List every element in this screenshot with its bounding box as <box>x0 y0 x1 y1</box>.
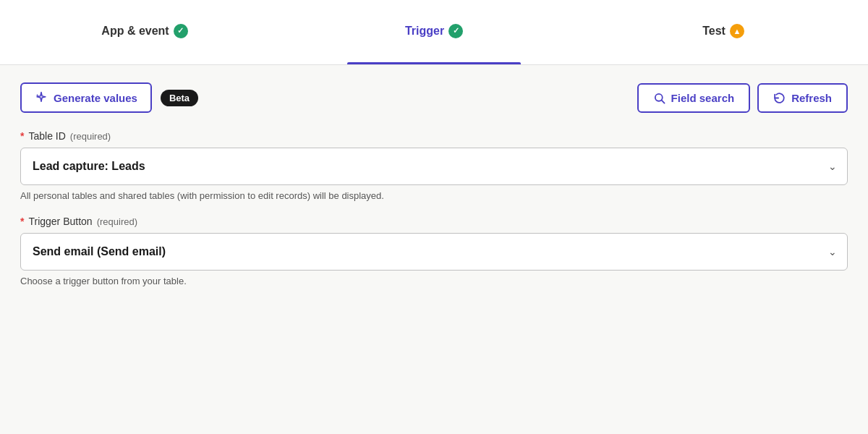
check-icon-app-event: ✓ <box>174 24 188 38</box>
refresh-label: Refresh <box>791 92 832 104</box>
field-search-label: Field search <box>671 92 735 104</box>
trigger-button-required-text: (required) <box>97 216 137 227</box>
trigger-button-hint: Choose a trigger button from your table. <box>20 276 848 286</box>
table-id-required-star: * <box>20 130 24 142</box>
table-id-label: * Table ID (required) <box>20 130 848 142</box>
stepper-item-test-label: Test ▲ <box>702 24 744 38</box>
table-id-label-text: Table ID <box>28 130 65 142</box>
main-content: Generate values Beta Field search <box>0 65 868 434</box>
stepper-item-trigger-label: Trigger ✓ <box>405 24 463 38</box>
svg-line-1 <box>661 100 664 103</box>
toolbar: Generate values Beta Field search <box>20 82 848 113</box>
table-id-required-text: (required) <box>70 131 111 142</box>
stepper-trigger-text: Trigger <box>405 25 444 38</box>
toolbar-left: Generate values Beta <box>20 82 198 113</box>
stepper: App & event ✓ Trigger ✓ Test ▲ <box>0 0 868 65</box>
table-id-select[interactable]: Lead capture: Leads <box>21 148 847 184</box>
table-id-hint: All personal tables and shared tables (w… <box>20 190 848 201</box>
stepper-items: App & event ✓ Trigger ✓ Test ▲ <box>0 0 868 64</box>
sparkle-icon <box>35 91 48 104</box>
trigger-button-required-star: * <box>20 216 24 227</box>
trigger-button-label: * Trigger Button (required) <box>20 216 848 227</box>
stepper-app-event-text: App & event <box>101 25 169 38</box>
trigger-button-label-text: Trigger Button <box>28 216 92 227</box>
warn-icon-test: ▲ <box>730 24 744 38</box>
check-icon-trigger: ✓ <box>448 24 463 38</box>
generate-values-label: Generate values <box>54 92 137 104</box>
beta-badge: Beta <box>161 90 198 106</box>
table-id-field-group: * Table ID (required) Lead capture: Lead… <box>20 130 848 201</box>
refresh-icon <box>773 92 786 104</box>
trigger-button-select-wrapper[interactable]: Send email (Send email) ⌄ <box>20 233 848 271</box>
stepper-item-test[interactable]: Test ▲ <box>579 0 868 64</box>
table-id-value: Lead capture: Leads <box>33 160 145 172</box>
trigger-button-field-group: * Trigger Button (required) Send email (… <box>20 216 848 286</box>
refresh-button[interactable]: Refresh <box>757 83 848 113</box>
stepper-item-app-event[interactable]: App & event ✓ <box>0 0 289 64</box>
search-icon <box>653 92 665 104</box>
stepper-test-text: Test <box>702 25 726 38</box>
page-wrapper: App & event ✓ Trigger ✓ Test ▲ <box>0 0 868 434</box>
generate-values-button[interactable]: Generate values <box>20 82 152 113</box>
stepper-item-app-event-label: App & event ✓ <box>101 24 187 38</box>
trigger-button-value: Send email (Send email) <box>33 245 166 258</box>
table-id-select-wrapper[interactable]: Lead capture: Leads ⌄ <box>20 148 848 185</box>
toolbar-right: Field search Refresh <box>637 83 848 113</box>
stepper-underline-trigger <box>347 62 521 64</box>
trigger-button-select[interactable]: Send email (Send email) <box>21 234 847 270</box>
field-search-button[interactable]: Field search <box>637 83 751 113</box>
stepper-item-trigger[interactable]: Trigger ✓ <box>289 0 579 64</box>
